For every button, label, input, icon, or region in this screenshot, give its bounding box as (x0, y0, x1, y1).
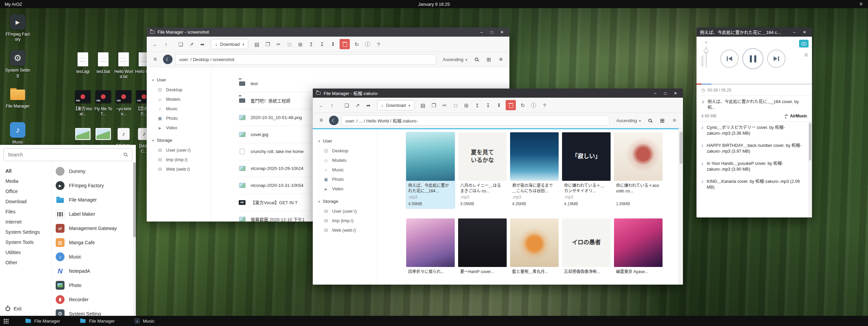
path-input[interactable] (175, 54, 436, 64)
toolbar-button[interactable]: ❏ (176, 39, 186, 49)
close-button[interactable] (671, 90, 680, 97)
app-item[interactable]: System Setting (52, 307, 133, 316)
volume-track[interactable]: Volume (706, 46, 707, 68)
exit-button[interactable]: Exit (0, 303, 51, 316)
category-item[interactable]: Internet (5, 217, 51, 227)
toolbar-button[interactable] (506, 100, 516, 110)
desktop-icon[interactable]: File Manager (3, 86, 32, 122)
up-button[interactable] (161, 39, 171, 49)
path-input[interactable] (341, 115, 610, 126)
toolbar-button[interactable]: ⓘ (528, 100, 539, 110)
toolbar-button[interactable] (340, 39, 350, 49)
toolbar-button[interactable]: ? (373, 39, 383, 49)
grid-view-button[interactable] (484, 54, 494, 64)
toolbar-button[interactable]: ⊞ (461, 100, 471, 110)
airmusic-output[interactable]: AirMusic (783, 114, 807, 118)
sidebar-item[interactable]: Desktop (318, 146, 377, 155)
volume-knob[interactable] (704, 49, 708, 53)
screen-cast-button[interactable] (799, 40, 809, 47)
music-file-tile[interactable]: 君が夜の海に還るまで＿こんにちは谷田... .mp3 4.35MB (510, 132, 559, 208)
sidebar-item[interactable]: Photo (152, 113, 211, 123)
toolbar-button[interactable]: I (494, 100, 504, 110)
titlebar[interactable]: File Manager - screenshot (147, 27, 509, 37)
download-button[interactable]: Download (211, 39, 248, 49)
desktop-icon[interactable]: Fly Me To T... (93, 89, 113, 126)
taskbar-task[interactable]: File Manager (74, 316, 121, 326)
minimize-button[interactable] (790, 29, 798, 36)
back-button[interactable] (150, 39, 160, 49)
toolbar-button[interactable]: ❐ (429, 100, 439, 110)
toolbar-button[interactable]: ⓘ (362, 39, 373, 49)
now-playing[interactable]: 例えば、今此処に置かれた花に＿_164 cover. by 柘... 4.99 … (697, 96, 812, 122)
scrollbar-thumb[interactable] (680, 132, 683, 164)
app-drawer-button[interactable] (0, 316, 12, 326)
sidebar-item[interactable]: Video (152, 123, 211, 132)
toolbar-button[interactable]: ↥ (306, 39, 316, 49)
toolbar-button[interactable]: ↗ (186, 39, 197, 49)
app-item[interactable]: File Manager (52, 193, 133, 207)
minimize-button[interactable] (477, 29, 486, 36)
back-button[interactable] (316, 100, 326, 110)
minimize-button[interactable] (651, 90, 659, 97)
sidebar-section-user[interactable]: User (152, 77, 211, 82)
sidebar-item[interactable]: Music (318, 165, 377, 174)
category-item[interactable]: All (5, 166, 51, 176)
category-item[interactable]: Download (5, 196, 51, 207)
search-button[interactable] (645, 115, 655, 126)
scrollbar[interactable] (133, 162, 136, 316)
sidebar-section-storage[interactable]: Storage (318, 199, 377, 204)
sidebar-item[interactable]: Web (web:/) (152, 164, 211, 174)
previous-track-button[interactable] (720, 50, 739, 68)
taskbar-task[interactable]: File Manager (19, 316, 66, 326)
sidebar-section-storage[interactable]: Storage (152, 138, 211, 143)
toolbar-button[interactable]: ▤ (418, 100, 428, 110)
app-item[interactable]: Music (52, 250, 133, 264)
app-item[interactable]: Label Maker (52, 207, 133, 221)
sidebar-section-user[interactable]: User (318, 138, 377, 143)
toolbar-button[interactable]: ✂ (439, 100, 450, 110)
desktop-icon[interactable]: ~yu kimin... (113, 89, 134, 126)
playlist-item[interactable]: Cynic＿ポリスピカデリー cover. by 柘榴-zakuro-.mp3 … (697, 122, 812, 140)
toolbar-button[interactable]: ↥ (472, 100, 482, 110)
app-item[interactable]: NotepadA (52, 264, 133, 278)
music-file-tile[interactable]: 命に嫌われている＋acoustic co... 1.69MB (614, 132, 663, 208)
volume-plus-label[interactable]: + (705, 39, 707, 45)
app-item[interactable]: Manga Cafe (52, 235, 133, 250)
category-item[interactable]: System Settings (5, 227, 51, 237)
taskbar-task[interactable]: Music (128, 316, 161, 326)
toolbar-button[interactable]: ❐ (263, 39, 273, 49)
titlebar[interactable]: File Manager - 柘榴-zakuro- (313, 89, 683, 98)
maximize-button[interactable] (488, 29, 496, 36)
sidebar-item[interactable]: Music (152, 104, 211, 113)
list-menu-button[interactable] (316, 115, 326, 126)
category-item[interactable]: Media (5, 176, 51, 186)
list-view-button[interactable] (669, 115, 680, 126)
toolbar-button[interactable]: ⊞ (295, 39, 305, 49)
toolbar-button[interactable]: ▤ (252, 39, 262, 49)
sidebar-item[interactable]: Models (318, 155, 377, 165)
toolbar-button[interactable]: ↗ (352, 100, 363, 110)
app-item[interactable]: FFmpeg Factory (52, 178, 133, 193)
toolbar-button[interactable]: ➦ (363, 100, 374, 110)
app-item[interactable]: Management Gateway (52, 221, 133, 235)
music-file-tile[interactable]: 「寂しい」 命に嫌われている＋＿カンザキイオリ... .mp3 4.19MB (562, 132, 611, 208)
sidebar-item[interactable]: tmp (tmp:/) (152, 155, 211, 164)
category-item[interactable]: Office (5, 186, 51, 196)
sidebar-item[interactable]: tmp (tmp:/) (318, 216, 377, 225)
sidebar-item[interactable]: User (user:/) (318, 206, 377, 216)
sidebar-item[interactable]: Web (web:/) (318, 225, 377, 235)
close-button[interactable] (498, 29, 506, 36)
toolbar-button[interactable]: ? (539, 100, 549, 110)
titlebar[interactable]: 例えば、今此処に置かれた花に＿164 c... (697, 27, 812, 37)
playlist-item[interactable]: KING＿Kanaria cover. by 柘榴-zakuro-.mp3 (2… (697, 176, 812, 194)
toolbar-button[interactable]: ↧ (317, 39, 327, 49)
maximize-button[interactable] (661, 90, 669, 97)
app-item[interactable]: Photo (52, 278, 133, 292)
sidebar-item[interactable]: Photo (318, 174, 377, 184)
sidebar-item[interactable]: Video (318, 184, 377, 193)
toolbar-button[interactable]: ✂ (273, 39, 284, 49)
playlist-item[interactable]: In Your Hands＿yusukeP cover. by 柘榴-zakur… (697, 158, 812, 176)
music-file-tile[interactable]: 藍と菫椀＿青丸月... (510, 218, 559, 285)
up-button[interactable] (327, 100, 337, 110)
toolbar-button[interactable]: ↻ (351, 39, 362, 49)
